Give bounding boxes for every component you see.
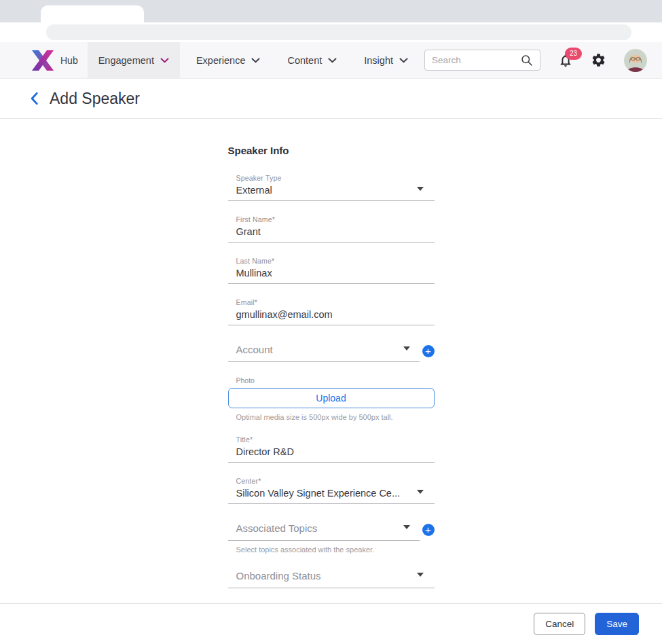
center-select[interactable]: Center* Silicon Valley Signet Experience… — [228, 477, 435, 504]
chevron-down-icon — [403, 346, 410, 351]
chevron-down-icon — [403, 525, 410, 529]
cancel-button[interactable]: Cancel — [534, 613, 585, 635]
add-topic-button[interactable]: + — [422, 524, 435, 536]
chevron-down-icon — [399, 58, 408, 63]
account-select[interactable]: Account — [228, 340, 420, 362]
form-scroll-area[interactable]: Speaker Info Speaker Type External First… — [0, 119, 662, 603]
search-input[interactable] — [432, 55, 521, 65]
search-icon[interactable] — [521, 54, 533, 67]
chevron-down-icon — [417, 187, 424, 191]
nav-item-label: Engagement — [98, 55, 154, 66]
nav-item-label: Content — [287, 55, 322, 66]
nav-item-content[interactable]: Content — [276, 42, 348, 78]
page-header: Add Speaker — [0, 79, 662, 119]
field-label: Email* — [236, 298, 435, 306]
add-icon: + — [425, 524, 431, 535]
associated-topics-row: Associated Topics + — [228, 518, 435, 541]
section-title: Speaker Info — [228, 145, 435, 156]
browser-chrome-bar — [0, 0, 662, 22]
brand-logo[interactable]: Hub — [31, 42, 78, 78]
first-name-field[interactable]: First Name* Grant — [228, 215, 435, 243]
field-placeholder: Onboarding Status — [236, 570, 435, 582]
chevron-down-icon — [417, 490, 424, 494]
nav-item-engagement[interactable]: Engagement — [88, 42, 180, 78]
photo-hint: Optimal media size is 500px wide by 500p… — [236, 413, 435, 421]
topics-hint: Select topics associated with the speake… — [236, 545, 435, 554]
footer-action-bar: Cancel Save — [0, 603, 662, 644]
onboarding-status-select[interactable]: Onboarding Status — [228, 566, 435, 588]
save-button[interactable]: Save — [595, 613, 639, 635]
field-label: Title* — [236, 435, 435, 444]
chevron-down-icon — [417, 573, 424, 577]
field-value: gmullinax@email.com — [236, 309, 435, 320]
brand-label: Hub — [60, 55, 78, 66]
title-field[interactable]: Title* Director R&D — [228, 435, 435, 463]
chevron-down-icon — [160, 58, 169, 63]
back-button[interactable] — [30, 92, 39, 105]
main-nav: Engagement Experience Content Insight — [88, 42, 424, 78]
notification-count-badge: 23 — [565, 48, 582, 60]
back-icon — [30, 92, 39, 105]
last-name-field[interactable]: Last Name* Mullinax — [228, 257, 435, 284]
chevron-down-icon — [251, 58, 260, 63]
add-account-button[interactable]: + — [422, 345, 435, 357]
email-field[interactable]: Email* gmullinax@email.com — [228, 298, 435, 325]
browser-tab[interactable] — [41, 5, 144, 22]
field-value: Grant — [236, 226, 435, 237]
photo-upload-group: Photo Upload Optimal media size is 500px… — [228, 376, 435, 421]
field-placeholder: Associated Topics — [236, 522, 420, 534]
nav-item-label: Experience — [196, 55, 246, 66]
chevron-down-icon — [328, 58, 337, 63]
speaker-type-select[interactable]: Speaker Type External — [228, 174, 435, 201]
gear-icon — [591, 52, 606, 68]
nav-item-label: Insight — [364, 55, 393, 66]
field-value: External — [236, 185, 435, 196]
field-label: Last Name* — [236, 257, 435, 265]
navbar-right: 23 — [424, 42, 647, 78]
field-placeholder: Account — [236, 344, 420, 355]
add-icon: + — [425, 346, 431, 357]
notifications-button[interactable]: 23 — [558, 53, 573, 68]
settings-button[interactable] — [591, 52, 606, 68]
browser-toolbar — [0, 22, 662, 42]
onboarding-status-row: Onboarding Status — [228, 566, 435, 588]
field-label: First Name* — [236, 215, 435, 223]
browser-url-bar[interactable] — [46, 24, 631, 40]
avatar[interactable] — [624, 49, 647, 72]
field-value: Director R&D — [236, 446, 435, 457]
upload-button[interactable]: Upload — [228, 388, 435, 408]
field-label: Center* — [236, 477, 435, 485]
field-value: Mullinax — [236, 268, 435, 279]
top-navbar: Hub Engagement Experience Content Insigh… — [0, 42, 662, 79]
field-label: Speaker Type — [236, 174, 435, 182]
photo-label: Photo — [236, 376, 435, 384]
speaker-form: Speaker Info Speaker Type External First… — [228, 119, 435, 588]
nav-item-experience[interactable]: Experience — [185, 42, 272, 78]
associated-topics-select[interactable]: Associated Topics — [228, 518, 420, 541]
page-title: Add Speaker — [50, 90, 140, 108]
search-box[interactable] — [424, 50, 540, 71]
brand-x-icon — [31, 50, 54, 71]
field-value: Silicon Valley Signet Experience Ce... — [236, 488, 435, 499]
nav-item-insight[interactable]: Insight — [353, 42, 419, 78]
account-row: Account + — [228, 340, 435, 362]
